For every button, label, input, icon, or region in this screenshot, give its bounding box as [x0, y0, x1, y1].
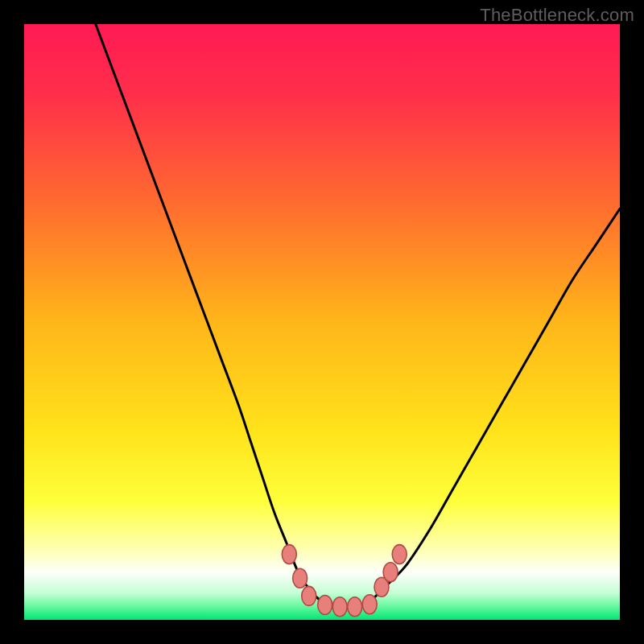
curve-marker [332, 597, 347, 617]
plot-area [24, 24, 620, 620]
gradient-background [24, 24, 620, 620]
curve-marker [392, 545, 407, 564]
curve-marker [383, 563, 398, 582]
curve-marker [302, 586, 316, 605]
curve-marker [282, 545, 296, 564]
curve-marker [348, 597, 362, 617]
bottleneck-chart [24, 24, 620, 620]
curve-marker [362, 595, 377, 614]
curve-marker [318, 596, 332, 615]
curve-marker [293, 568, 308, 588]
attribution-text: TheBottleneck.com [480, 5, 634, 26]
chart-frame: TheBottleneck.com [0, 0, 644, 644]
